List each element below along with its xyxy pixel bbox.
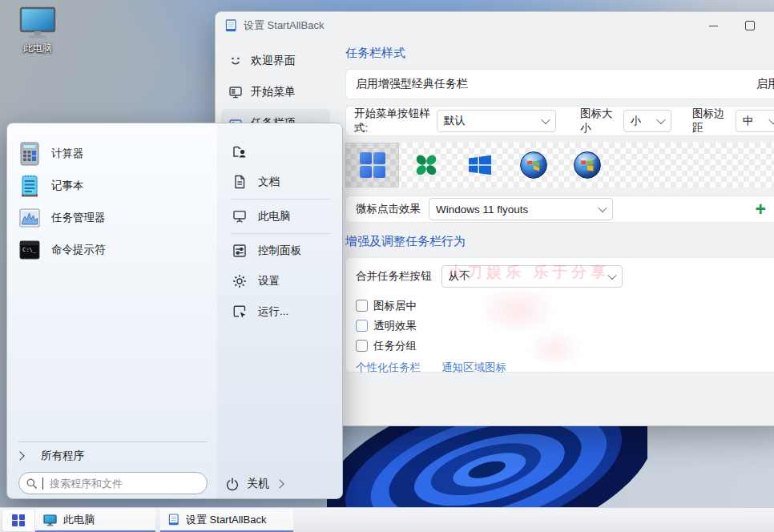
all-programs-button[interactable]: 所有程序	[17, 446, 84, 466]
close-button[interactable]: ✕	[768, 12, 774, 39]
enable-classic-taskbar-row: 启用增强型经典任务栏 启用	[345, 69, 774, 99]
icon-margin-select[interactable]: 中	[736, 110, 774, 132]
settings-main: 任务栏样式 启用增强型经典任务栏 启用 开始菜单按钮样式: 默认 图标大小 小 …	[336, 39, 774, 425]
sidebar-item-welcome[interactable]: 欢迎界面	[221, 46, 330, 75]
menu-item-control-panel[interactable]: 控制面板	[217, 236, 342, 266]
sidebar-item-start-menu[interactable]: 开始菜单	[221, 78, 330, 107]
checkbox-row-task-grouping[interactable]: 任务分组	[356, 336, 774, 356]
menu-item-documents[interactable]: 文档	[217, 167, 342, 197]
menu-item-label: 此电脑	[258, 209, 291, 224]
section-heading-behavior: 增强及调整任务栏行为	[345, 234, 774, 249]
documents-icon	[232, 174, 248, 190]
add-button[interactable]: +	[756, 200, 766, 219]
orb-option-windows-11[interactable]	[345, 143, 399, 187]
link-personalize-taskbar[interactable]: 个性化任务栏	[356, 361, 421, 375]
minimize-icon	[709, 26, 718, 26]
window-title: 设置 StartAllBack	[244, 18, 324, 33]
control-panel-icon	[232, 243, 248, 259]
sidebar-item-label: 欢迎界面	[251, 54, 296, 68]
start-menu-icon	[228, 85, 243, 99]
enable-classic-taskbar-label: 启用增强型经典任务栏	[356, 77, 468, 91]
startallback-clover-icon	[413, 152, 439, 178]
settings-gear-icon	[232, 273, 248, 289]
minimize-button[interactable]	[695, 12, 732, 39]
menu-item-label: 控制面板	[258, 244, 301, 258]
chevron-right-icon	[15, 451, 24, 460]
start-menu-programs: 计算器 记事本 任务管理器	[7, 123, 217, 266]
button-style-label: 开始菜单按钮样式:	[354, 107, 430, 135]
flyout-select[interactable]: Windows 11 flyouts	[429, 198, 613, 220]
chevron-down-icon	[768, 115, 774, 124]
chevron-right-icon	[275, 479, 284, 488]
run-icon	[232, 304, 248, 320]
menu-item-label: 记事本	[51, 179, 84, 193]
menu-item-label: 运行...	[258, 304, 288, 319]
divider	[230, 233, 331, 234]
checkbox[interactable]	[356, 300, 368, 312]
windows-11-logo	[359, 151, 386, 179]
menu-item-label: 计算器	[51, 147, 84, 161]
start-menu: 计算器 记事本 任务管理器	[6, 123, 343, 499]
orb-option-windows-vista[interactable]	[560, 143, 614, 187]
start-button[interactable]	[2, 510, 34, 531]
section-heading-taskbar-style: 任务栏样式	[345, 46, 774, 61]
menu-item-command-prompt[interactable]: C:\_ 命令提示符	[18, 234, 217, 266]
windows-vista-orb-icon	[573, 151, 602, 179]
system-taskbar: 此电脑 设置 StartAllBack	[0, 507, 774, 532]
start-button-style-row: 开始菜单按钮样式: 默认 图标大小 小 图标边距 中	[345, 106, 774, 136]
chevron-down-icon	[607, 271, 616, 280]
combine-buttons-select[interactable]: 从不	[441, 265, 623, 288]
command-prompt-icon: C:\_	[18, 240, 41, 260]
menu-item-user-files[interactable]	[217, 136, 342, 167]
checkbox[interactable]	[356, 340, 368, 352]
svg-text:C:\_: C:\_	[22, 247, 37, 253]
combine-buttons-label: 合并任务栏按钮	[356, 269, 432, 284]
link-notification-area-icons[interactable]: 通知区域图标	[441, 361, 506, 375]
taskbar-button-this-pc[interactable]: 此电脑	[35, 510, 155, 532]
menu-item-run[interactable]: 运行...	[217, 296, 342, 327]
start-menu-places: 文档 此电脑 控制面板	[217, 123, 342, 498]
behavior-card: 合并任务栏按钮 从不 图标居中 透明效果 任务分组 个性化任务栏 通知区域图	[345, 257, 774, 373]
chevron-down-icon	[656, 115, 665, 124]
divider	[230, 199, 331, 200]
computer-monitor-icon	[18, 6, 57, 40]
orb-option-startallback[interactable]	[399, 143, 453, 187]
this-pc-monitor-icon	[43, 514, 57, 526]
shutdown-button[interactable]: 关机	[225, 474, 283, 494]
menu-item-this-pc[interactable]: 此电脑	[217, 201, 342, 232]
checkbox-row-transparency[interactable]: 透明效果	[356, 316, 774, 336]
text-caret	[42, 478, 43, 490]
orb-option-windows-7[interactable]	[506, 143, 560, 187]
menu-item-calculator[interactable]: 计算器	[18, 138, 217, 170]
titlebar[interactable]: 设置 StartAllBack ✕	[216, 12, 774, 39]
chevron-down-icon	[598, 204, 607, 212]
search-input[interactable]	[48, 477, 200, 490]
checkbox[interactable]	[356, 320, 368, 332]
desktop-icon-label: 此电脑	[11, 42, 64, 55]
divider	[18, 441, 208, 442]
menu-item-settings[interactable]: 设置	[217, 266, 342, 296]
menu-item-task-manager[interactable]: 任务管理器	[18, 202, 217, 234]
notepad-icon	[18, 174, 41, 198]
menu-item-label: 设置	[258, 274, 280, 288]
checkbox-row-center-icons[interactable]: 图标居中	[356, 296, 774, 316]
windows-10-logo	[467, 152, 493, 178]
search-box[interactable]	[18, 472, 208, 494]
menu-item-label: 命令提示符	[51, 243, 106, 257]
button-style-select[interactable]: 默认	[437, 110, 556, 132]
flyout-effect-row: 微标点击效果 Windows 11 flyouts +	[345, 195, 774, 223]
calculator-icon	[18, 142, 41, 166]
menu-item-notepad[interactable]: 记事本	[18, 170, 217, 202]
desktop-icon-this-pc[interactable]: 此电脑	[11, 6, 64, 55]
icon-size-select[interactable]: 小	[623, 110, 671, 132]
maximize-button[interactable]	[732, 12, 768, 39]
smiley-icon	[228, 54, 243, 68]
orb-option-windows-10[interactable]	[453, 143, 506, 187]
icon-size-label: 图标大小	[580, 107, 617, 135]
taskbar-button-label: 此电脑	[63, 513, 95, 527]
start-orb-picker	[345, 143, 774, 187]
windows-11-logo-icon	[12, 514, 25, 527]
taskbar-button-startallback[interactable]: 设置 StartAllBack	[160, 510, 293, 532]
menu-item-label: 任务管理器	[51, 211, 106, 225]
shutdown-label: 关机	[247, 477, 269, 491]
